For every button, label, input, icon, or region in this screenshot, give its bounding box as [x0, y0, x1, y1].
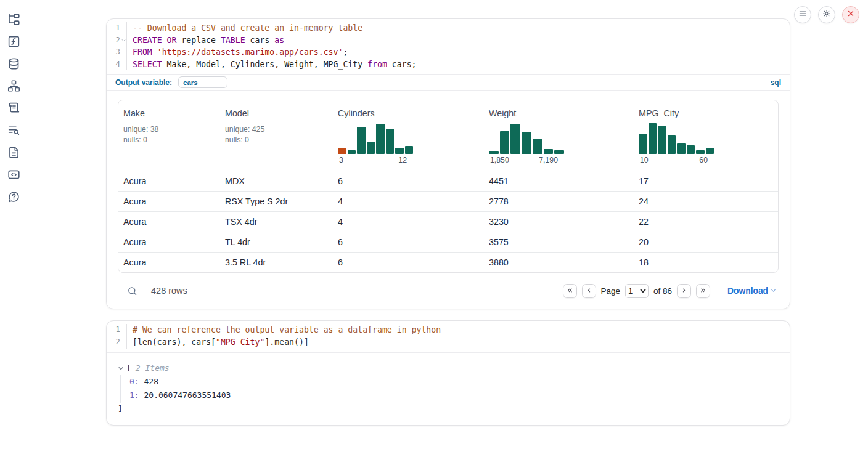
output-tree-entries: 0: 4281: 20.060747663551403	[120, 375, 779, 403]
column-stats: unique: 425nulls: 0	[225, 124, 328, 145]
tree-entry-value: 20.060747663551403	[144, 390, 231, 400]
histogram-bar	[510, 124, 520, 154]
chevron-right-icon	[681, 286, 687, 296]
table-header: Makeunique: 38nulls: 0Modelunique: 425nu…	[118, 100, 778, 171]
table-cell: Acura	[118, 217, 220, 227]
shutdown-button[interactable]	[842, 6, 859, 23]
code-text: CREATE OR replace TABLE cars as	[127, 34, 284, 47]
python-cell-output: [ 2 Items 0: 4281: 20.060747663551403 ]	[107, 352, 790, 425]
first-page-button[interactable]	[563, 284, 577, 298]
column-header-mpg_city: MPG_City1060	[634, 100, 778, 171]
table-cell: 6	[333, 257, 484, 267]
last-page-button[interactable]	[696, 284, 710, 298]
table-cell: RSX Type S 2dr	[220, 196, 333, 206]
table-cell: MDX	[220, 176, 333, 186]
column-header-make: Makeunique: 38nulls: 0	[118, 100, 220, 171]
prev-page-button[interactable]	[582, 284, 596, 298]
column-name[interactable]: Model	[225, 108, 328, 118]
table-cell: 4	[333, 196, 484, 206]
tree-entry: 1: 20.060747663551403	[129, 389, 779, 403]
axis-max-label: 12	[398, 156, 407, 164]
code-text: -- Download a CSV and create an in-memor…	[127, 22, 362, 34]
help-icon[interactable]	[7, 190, 20, 203]
table-cell: 3230	[484, 217, 634, 227]
table-cell: Acura	[118, 257, 220, 267]
histogram-bar	[533, 139, 542, 154]
column-name[interactable]: Weight	[489, 108, 629, 118]
snippets-icon[interactable]	[7, 168, 20, 181]
histogram-bar	[367, 142, 375, 155]
table-row[interactable]: AcuraTSX 4dr4323022	[118, 211, 778, 232]
output-tree-root: [ 2 Items	[118, 362, 779, 375]
column-histogram[interactable]: 1060	[639, 122, 714, 164]
close-bracket: ]	[118, 403, 779, 415]
column-name[interactable]: Make	[123, 108, 215, 118]
histogram-bar	[522, 132, 531, 154]
python-cell: 1# We can reference the output variable …	[106, 320, 790, 425]
table-cell: 3.5 RL 4dr	[220, 257, 333, 267]
page-total-label: of 86	[653, 286, 672, 296]
table-footer: 428 rows Page 1 of 86	[118, 273, 779, 309]
column-header-weight: Weight1,8507,190	[484, 100, 634, 171]
column-histogram[interactable]: 1,8507,190	[489, 122, 564, 164]
table-row[interactable]: AcuraMDX6445117	[118, 171, 778, 191]
table-row[interactable]: Acura3.5 RL 4dr6388018	[118, 252, 778, 272]
column-histogram[interactable]: 312	[338, 122, 413, 164]
search-icon[interactable]	[127, 286, 137, 296]
variables-icon[interactable]	[7, 35, 20, 48]
file-explorer-icon[interactable]	[7, 13, 20, 26]
output-variable-input[interactable]	[178, 76, 227, 88]
notebook-controls	[794, 6, 859, 23]
table-cell: 17	[634, 176, 778, 186]
scratchpad-icon[interactable]	[7, 102, 20, 115]
logs-icon[interactable]	[7, 124, 20, 137]
page-select[interactable]: 1	[625, 284, 649, 298]
next-page-button[interactable]	[677, 284, 691, 298]
output-variable-label: Output variable:	[115, 78, 172, 87]
histogram-bar	[554, 150, 564, 155]
datasources-icon[interactable]	[7, 57, 20, 70]
page-label: Page	[601, 286, 621, 296]
sql-code-editor[interactable]: 1-- Download a CSV and create an in-memo…	[107, 19, 790, 74]
pagination: Page 1 of 86 Download	[563, 284, 777, 298]
histogram-axis-labels: 1,8507,190	[489, 154, 564, 164]
sql-cell: 1-- Download a CSV and create an in-memo…	[106, 18, 790, 309]
menu-icon	[798, 9, 807, 20]
close-icon	[846, 9, 855, 20]
fold-chevron-icon[interactable]	[121, 38, 126, 43]
table-cell: 4451	[484, 176, 634, 186]
histogram-bar	[687, 145, 695, 154]
table-cell: Acura	[118, 196, 220, 206]
histogram-bar	[338, 148, 346, 154]
tree-entry-value: 428	[144, 377, 158, 386]
column-name[interactable]: MPG_City	[639, 108, 773, 118]
sql-code-line: 2CREATE OR replace TABLE cars as	[107, 34, 790, 47]
table-cell: Acura	[118, 176, 220, 186]
collapse-chevron-icon[interactable]	[118, 365, 124, 371]
table-cell: 20	[634, 237, 778, 247]
documentation-icon[interactable]	[7, 146, 20, 159]
histogram-bar	[386, 129, 395, 155]
chevrons-left-icon	[567, 286, 573, 296]
histogram-bar	[376, 124, 385, 154]
column-header-cylinders: Cylinders312	[333, 100, 484, 171]
code-text: # We can reference the output variable a…	[127, 324, 441, 336]
table-row[interactable]: AcuraRSX Type S 2dr4277824	[118, 191, 778, 211]
settings-button[interactable]	[818, 6, 835, 23]
column-header-model: Modelunique: 425nulls: 0	[220, 100, 333, 171]
column-name[interactable]: Cylinders	[338, 108, 479, 118]
python-code-editor[interactable]: 1# We can reference the output variable …	[107, 321, 790, 352]
table-row[interactable]: AcuraTL 4dr6357520	[118, 232, 778, 252]
line-number: 2	[107, 34, 127, 47]
cars-data-table: Makeunique: 38nulls: 0Modelunique: 425nu…	[118, 100, 779, 273]
menu-button[interactable]	[794, 6, 811, 23]
python-code-line: 2[len(cars), cars["MPG_City"].mean()]	[107, 336, 790, 349]
download-button[interactable]: Download	[727, 286, 777, 296]
table-cell: 3575	[484, 237, 634, 247]
sql-code-line: 1-- Download a CSV and create an in-memo…	[107, 22, 790, 34]
sql-cell-output: Makeunique: 38nulls: 0Modelunique: 425nu…	[107, 90, 790, 309]
dependency-graph-icon[interactable]	[7, 79, 20, 92]
axis-max-label: 7,190	[539, 156, 558, 164]
tree-entry: 0: 428	[129, 375, 779, 389]
language-badge: sql	[771, 78, 781, 87]
